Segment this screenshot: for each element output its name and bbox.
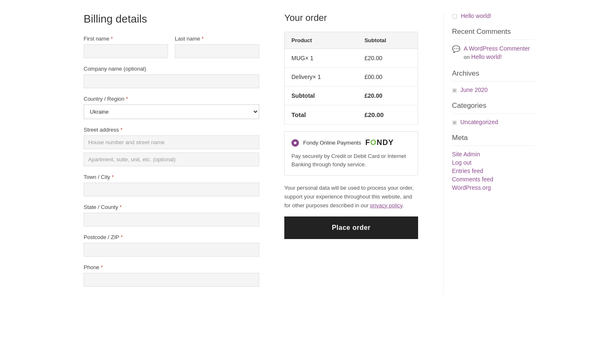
list-item: Log out <box>452 159 535 166</box>
archive-link[interactable]: June 2020 <box>460 87 488 93</box>
town-city-group: Town / City * <box>84 174 259 196</box>
recent-post-item: ▢ Hello world! <box>452 13 535 19</box>
place-order-button[interactable]: Place order <box>284 216 418 239</box>
phone-label: Phone * <box>84 264 259 270</box>
billing-section: Billing details First name * Last name * <box>84 13 259 294</box>
state-county-label: State / County * <box>84 204 259 210</box>
comment-author-link[interactable]: A WordPress Commenter <box>464 45 530 52</box>
payment-radio[interactable] <box>291 139 299 147</box>
last-name-label: Last name * <box>175 36 259 42</box>
last-name-input[interactable] <box>175 44 259 58</box>
payment-box: Fondy Online Payments FONDY Pay securely… <box>284 131 418 176</box>
total-label: Total <box>285 105 358 125</box>
last-name-field: Last name * <box>175 36 259 58</box>
post-icon: ▢ <box>452 13 457 19</box>
sidebar: ▢ Hello world! Recent Comments 💬 A WordP… <box>443 13 535 294</box>
first-name-label: First name * <box>84 36 168 42</box>
list-item: Comments feed <box>452 176 535 183</box>
state-county-group: State / County * <box>84 204 259 227</box>
log-out-link[interactable]: Log out <box>452 159 472 166</box>
fondy-o: O <box>370 138 377 147</box>
first-name-input[interactable] <box>84 44 168 58</box>
first-name-field: First name * <box>84 36 168 58</box>
comment-item: 💬 A WordPress Commenter on Hello world! <box>452 45 535 61</box>
name-row: First name * Last name * <box>84 36 259 58</box>
street-address-label: Street address * <box>84 127 259 133</box>
entries-feed-link[interactable]: Entries feed <box>452 168 483 174</box>
total-value: £20.00 <box>358 105 418 125</box>
required-star: * <box>101 265 103 270</box>
postcode-group: Postcode / ZIP * <box>84 234 259 257</box>
order-table: Product Subtotal MUG× 1 £20.00 Delivery×… <box>284 32 418 125</box>
required-star: * <box>202 36 204 42</box>
order-section: Your order Product Subtotal MUG× 1 £20.0… <box>284 13 418 294</box>
site-admin-link[interactable]: Site Admin <box>452 151 480 158</box>
street-address-input-1[interactable] <box>84 135 259 149</box>
list-item: Site Admin <box>452 151 535 158</box>
radio-inner <box>294 142 296 144</box>
wordpress-org-link[interactable]: WordPress.org <box>452 184 491 191</box>
town-city-input[interactable] <box>84 183 259 196</box>
list-item: Entries feed <box>452 168 535 174</box>
required-star: * <box>120 204 122 210</box>
payment-header: Fondy Online Payments FONDY <box>291 138 411 147</box>
product-delivery: Delivery× 1 <box>285 68 358 87</box>
subtotal-label: Subtotal <box>285 87 358 105</box>
payment-description: Pay securely by Credit or Debit Card or … <box>291 152 411 168</box>
required-star: * <box>121 234 123 240</box>
archive-item: ▣ June 2020 <box>452 87 535 93</box>
phone-input[interactable] <box>84 273 259 287</box>
recent-post-link[interactable]: Hello world! <box>461 13 491 19</box>
total-row: Total £20.00 <box>285 105 418 125</box>
subtotal-mug: £20.00 <box>358 49 418 68</box>
billing-title: Billing details <box>84 13 259 25</box>
product-mug: MUG× 1 <box>285 49 358 68</box>
company-name-input[interactable] <box>84 74 259 88</box>
product-col-header: Product <box>285 32 358 49</box>
country-select[interactable]: Ukraine United Kingdom United States <box>84 104 259 119</box>
state-county-input[interactable] <box>84 213 259 227</box>
required-star: * <box>126 96 128 102</box>
comments-feed-link[interactable]: Comments feed <box>452 176 493 183</box>
fondy-logo: FONDY <box>365 138 394 147</box>
postcode-input[interactable] <box>84 243 259 257</box>
order-title: Your order <box>284 13 418 23</box>
meta-title: Meta <box>452 134 535 146</box>
table-row: Delivery× 1 £00.00 <box>285 68 418 87</box>
required-star: * <box>112 174 114 180</box>
town-city-label: Town / City * <box>84 174 259 180</box>
category-icon: ▣ <box>452 119 457 125</box>
comment-icon: 💬 <box>452 45 460 53</box>
table-row: MUG× 1 £20.00 <box>285 49 418 68</box>
meta-list: Site Admin Log out Entries feed Comments… <box>452 151 535 191</box>
phone-group: Phone * <box>84 264 259 287</box>
list-item: WordPress.org <box>452 184 535 191</box>
order-table-header: Product Subtotal <box>285 32 418 49</box>
category-link[interactable]: Uncategorized <box>460 119 498 125</box>
comment-text: A WordPress Commenter on Hello world! <box>464 45 535 61</box>
privacy-policy-link[interactable]: privacy policy <box>370 202 402 209</box>
archive-icon: ▣ <box>452 87 457 93</box>
recent-comments-title: Recent Comments <box>452 28 535 40</box>
subtotal-col-header: Subtotal <box>358 32 418 49</box>
payment-name: Fondy Online Payments <box>303 140 361 146</box>
postcode-label: Postcode / ZIP * <box>84 234 259 240</box>
company-name-label: Company name (optional) <box>84 66 259 72</box>
categories-title: Categories <box>452 102 535 114</box>
company-name-group: Company name (optional) <box>84 66 259 88</box>
comment-post-link[interactable]: Hello world! <box>471 53 502 60</box>
required-star: * <box>120 127 123 133</box>
country-label: Country / Region * <box>84 96 259 102</box>
required-star: * <box>111 36 113 42</box>
category-item: ▣ Uncategorized <box>452 119 535 125</box>
subtotal-row: Subtotal £20.00 <box>285 87 418 105</box>
street-address-group: Street address * <box>84 127 259 166</box>
subtotal-delivery: £00.00 <box>358 68 418 87</box>
subtotal-value: £20.00 <box>358 87 418 105</box>
archives-title: Archives <box>452 69 535 81</box>
privacy-note: Your personal data will be used to proce… <box>284 184 418 210</box>
street-address-input-2[interactable] <box>84 153 259 166</box>
country-group: Country / Region * Ukraine United Kingdo… <box>84 96 259 119</box>
